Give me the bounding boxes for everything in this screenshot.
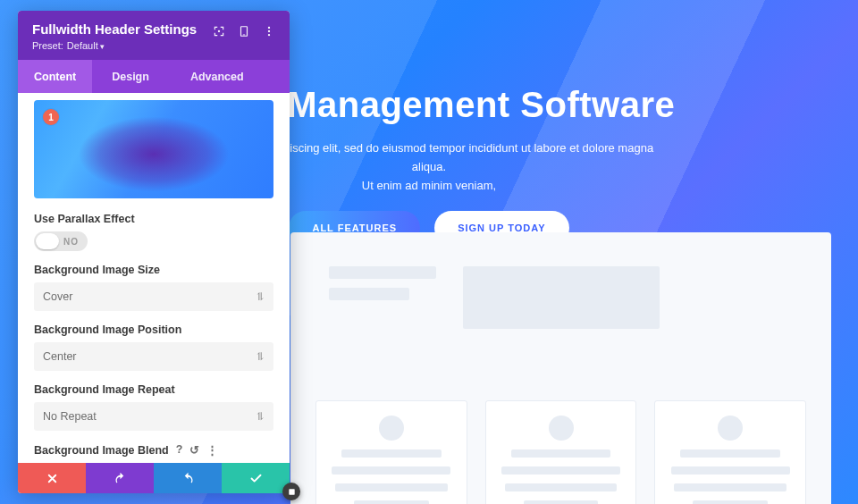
preview-card (315, 400, 467, 504)
bg-repeat-value: No Repeat (43, 410, 97, 423)
kebab-menu-icon[interactable] (263, 25, 275, 38)
bg-size-label: Background Image Size (34, 264, 273, 276)
save-button[interactable] (222, 463, 290, 493)
more-icon[interactable]: ⋮ (206, 443, 218, 457)
redo-button[interactable] (154, 463, 222, 493)
background-image-thumbnail[interactable]: 1 (34, 100, 273, 198)
tab-content[interactable]: Content (18, 60, 92, 93)
resize-handle[interactable] (282, 483, 300, 500)
select-caret-icon: ⥮ (256, 351, 265, 362)
bg-size-select[interactable]: Cover ⥮ (34, 282, 273, 311)
svg-rect-2 (243, 35, 245, 36)
page-preview-frame (290, 232, 831, 504)
parallax-toggle[interactable]: NO (34, 231, 88, 251)
bg-position-value: Center (43, 350, 77, 363)
cancel-button[interactable] (18, 463, 86, 493)
svg-point-3 (268, 27, 270, 29)
bg-position-label: Background Image Position (34, 323, 273, 336)
undo-button[interactable] (86, 463, 154, 493)
panel-body: 1 Use Parallax Effect NO Background Imag… (18, 93, 290, 463)
toggle-knob (36, 233, 59, 249)
bg-repeat-label: Background Image Repeat (34, 383, 273, 396)
preview-card (654, 400, 806, 504)
panel-action-bar (18, 463, 290, 493)
svg-point-0 (218, 30, 220, 32)
focus-icon[interactable] (213, 25, 225, 38)
tab-advanced[interactable]: Advanced (169, 60, 290, 93)
bg-size-value: Cover (43, 290, 72, 303)
bg-position-select[interactable]: Center ⥮ (34, 342, 273, 371)
panel-title: Fullwidth Header Settings (32, 21, 197, 37)
panel-header: Fullwidth Header Settings Preset: Defaul… (18, 11, 290, 60)
step-badge-1: 1 (43, 109, 59, 125)
svg-point-5 (268, 34, 270, 36)
preset-selector[interactable]: Preset: Default (32, 40, 197, 51)
help-icon[interactable]: ? (176, 443, 183, 457)
bg-repeat-select[interactable]: No Repeat ⥮ (34, 402, 273, 431)
svg-point-4 (268, 30, 270, 32)
reset-icon[interactable]: ↺ (189, 443, 199, 457)
tab-design[interactable]: Design (92, 60, 169, 93)
parallax-label: Use Parallax Effect (34, 213, 273, 225)
bg-blend-label: Background Image Blend ? ↺ ⋮ (34, 443, 273, 457)
settings-panel: Fullwidth Header Settings Preset: Defaul… (18, 11, 290, 493)
preview-card (485, 400, 637, 504)
panel-tabs: Content Design Advanced (18, 60, 290, 93)
responsive-icon[interactable] (238, 25, 250, 38)
select-caret-icon: ⥮ (256, 411, 265, 422)
select-caret-icon: ⥮ (256, 291, 265, 302)
